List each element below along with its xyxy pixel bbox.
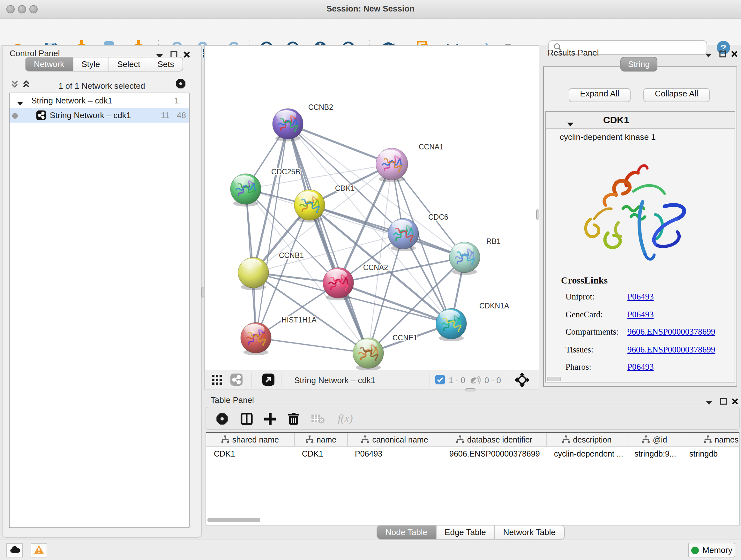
edge-count: 48 (177, 111, 186, 120)
birds-eye-grid-icon[interactable] (212, 375, 223, 388)
function-builder-icon: f(x) (334, 412, 357, 426)
network-edge[interactable] (246, 164, 392, 189)
network-edge[interactable] (338, 257, 465, 283)
tree-expander-icon[interactable] (17, 98, 23, 108)
node-label-HIST1H1A: HIST1H1A (281, 316, 317, 324)
add-column-icon[interactable] (263, 412, 277, 426)
network-node-CDC6[interactable] (388, 219, 419, 251)
panel-float-icon[interactable] (720, 396, 727, 408)
tab-string[interactable]: String (620, 57, 657, 71)
node-label-CDKN1A: CDKN1A (479, 302, 509, 310)
network-share-icon[interactable] (230, 374, 243, 388)
warnings-button[interactable] (30, 543, 47, 557)
crosslink-label: Pharos: (565, 362, 591, 372)
crosslink-link[interactable]: P06493 (627, 292, 654, 302)
table-cell[interactable]: stringdb (682, 447, 740, 461)
memory-button[interactable]: Memory (688, 543, 735, 557)
column-header-namespace[interactable]: namespace (682, 433, 740, 447)
panel-menu-icon[interactable] (706, 396, 712, 408)
network-node-CCNE1[interactable] (353, 338, 384, 370)
left-splitter-handle[interactable] (201, 287, 204, 298)
tab-edge-table[interactable]: Edge Table (436, 525, 495, 540)
table-header-row: shared namenamecanonical namedatabase id… (206, 433, 740, 447)
table-row[interactable]: CDK1CDK1P064939606.ENSP00000378699cyclin… (206, 447, 740, 461)
network-edge[interactable] (256, 338, 368, 353)
move-crosshair-icon[interactable] (515, 373, 529, 389)
network-node-CDKN1A[interactable] (436, 308, 467, 341)
horizontal-splitter-handle[interactable] (465, 388, 475, 391)
node-label-CDK1: CDK1 (335, 184, 354, 192)
network-collection-row[interactable]: String Network – cdk1 1 (10, 93, 189, 108)
network-canvas[interactable]: CCNB2CCNA1CDC25BCDK1CDC6RB1CCNB1CCNA2CDK… (204, 45, 539, 370)
gene-expander-icon[interactable] (567, 118, 574, 130)
column-header-name[interactable]: name (294, 433, 347, 447)
select-columns-icon[interactable] (239, 412, 253, 426)
column-type-icon (306, 435, 313, 445)
table-cell[interactable]: cyclin-dependent ... (546, 447, 627, 461)
external-view-icon[interactable] (262, 374, 274, 388)
network-edge[interactable] (288, 124, 392, 164)
column-label: @id (653, 435, 667, 444)
column-type-icon (704, 435, 711, 445)
table-hscrollbar-thumb[interactable] (207, 518, 260, 522)
table-cell[interactable]: P06493 (347, 447, 442, 461)
delete-column-trash-icon[interactable] (286, 412, 300, 426)
window-title: Session: New Session (0, 4, 741, 13)
tab-select[interactable]: Select (109, 57, 149, 71)
column-type-icon (562, 435, 570, 445)
column-header--id[interactable]: @id (627, 433, 682, 447)
column-header-canonical-name[interactable]: canonical name (347, 433, 442, 447)
network-options-gear-icon[interactable] (175, 78, 186, 92)
table-cell[interactable]: 9606.ENSP00000378699 (442, 447, 546, 461)
network-node-CCNA1[interactable] (376, 148, 408, 182)
status-bar: Memory (0, 540, 741, 560)
main-toolbar: ? (0, 18, 741, 45)
collection-label: String Network – cdk1 (31, 96, 112, 105)
tab-node-table[interactable]: Node Table (377, 525, 436, 540)
network-node-HIST1H1A[interactable] (241, 322, 271, 355)
table-cell[interactable]: CDK1 (206, 447, 294, 461)
column-type-icon (221, 435, 229, 445)
tab-network[interactable]: Network (25, 57, 73, 71)
column-header-database-identifier[interactable]: database identifier (442, 433, 546, 447)
tab-style[interactable]: Style (73, 57, 109, 71)
node-label-CDC25B: CDC25B (271, 168, 300, 176)
crosslink-label: Uniprot: (565, 292, 595, 301)
results-scrollbar-thumb[interactable] (547, 377, 561, 381)
column-label: database identifier (467, 435, 532, 444)
panel-close-icon[interactable] (731, 49, 738, 60)
panel-menu-icon[interactable] (705, 49, 712, 61)
cloud-button[interactable] (6, 543, 23, 557)
table-gear-icon[interactable] (215, 412, 229, 426)
node-label-CCNA2: CCNA2 (363, 263, 388, 272)
selected-checkbox-icon[interactable] (435, 375, 445, 387)
network-node-RB1[interactable] (449, 242, 480, 275)
crosslinks-title: CrossLinks (561, 275, 608, 286)
expand-all-button[interactable]: Expand All (569, 88, 630, 102)
network-node-CDC25B[interactable] (230, 174, 261, 206)
network-edge[interactable] (256, 124, 288, 338)
crosslink-row-pharos: Pharos:P06493 (565, 362, 731, 379)
panel-close-icon[interactable] (183, 49, 190, 61)
panel-close-icon[interactable] (731, 396, 738, 408)
network-row-selected[interactable]: String Network – cdk1 11 48 (10, 108, 189, 123)
crosslink-link[interactable]: 9606.ENSP00000378699 (627, 327, 715, 337)
network-node-CCNA2[interactable] (323, 267, 354, 300)
crosslink-link[interactable]: P06493 (627, 362, 654, 372)
gene-card-header[interactable]: CDK1 (546, 112, 735, 129)
table-cell[interactable]: stringdb:9... (627, 447, 682, 461)
crosslink-label: GeneCard: (565, 309, 603, 319)
panel-float-icon[interactable] (719, 49, 726, 60)
collapse-all-button[interactable]: Collapse All (643, 88, 710, 102)
crosslink-label: Compartments: (565, 327, 619, 336)
crosslink-link[interactable]: P06493 (627, 309, 654, 320)
column-label: name (317, 435, 337, 444)
tab-sets[interactable]: Sets (149, 57, 183, 71)
crosslink-link[interactable]: 9606.ENSP00000378699 (627, 345, 715, 355)
node-label-RB1: RB1 (486, 237, 501, 246)
column-header-description[interactable]: description (546, 433, 627, 447)
table-cell[interactable]: CDK1 (294, 447, 347, 461)
tab-network-table[interactable]: Network Table (495, 525, 564, 540)
column-header-shared-name[interactable]: shared name (206, 433, 294, 447)
right-splitter-handle[interactable] (536, 209, 539, 220)
